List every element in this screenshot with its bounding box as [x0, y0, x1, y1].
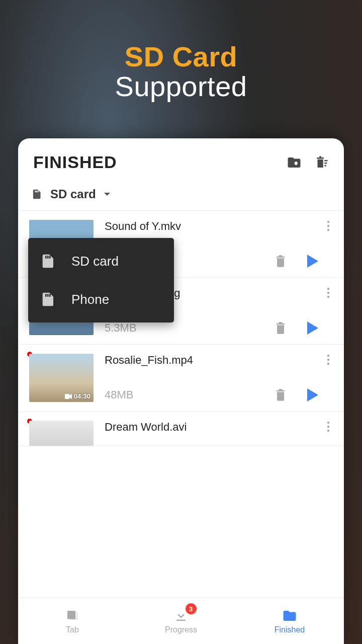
play-button[interactable] — [306, 388, 320, 402]
bottom-nav: Tab Progress 3 Finished — [18, 598, 344, 644]
storage-filter[interactable]: SD card — [18, 181, 344, 211]
sd-card-icon — [41, 252, 57, 270]
secure-folder-button[interactable] — [287, 155, 302, 170]
play-icon — [307, 321, 318, 335]
hero-subtitle: Supported — [0, 70, 362, 103]
svg-rect-18 — [67, 611, 75, 619]
delete-button[interactable] — [274, 388, 288, 402]
delete-button[interactable] — [274, 321, 288, 335]
chevron-down-icon — [103, 191, 111, 197]
sd-card-icon — [41, 290, 57, 308]
file-size: 5.3MB — [105, 321, 274, 335]
nav-label: Progress — [165, 625, 197, 634]
delete-all-button[interactable] — [314, 155, 329, 170]
svg-point-15 — [327, 422, 329, 424]
more-button[interactable] — [324, 421, 333, 435]
dropdown-item-phone[interactable]: Phone — [28, 280, 174, 318]
svg-point-6 — [327, 225, 329, 227]
more-button[interactable] — [324, 287, 333, 301]
nav-finished[interactable]: Finished — [235, 598, 344, 644]
progress-badge: 3 — [186, 603, 197, 614]
storage-dropdown: SD card Phone — [28, 238, 174, 323]
svg-rect-3 — [324, 163, 327, 164]
sd-card-icon — [32, 189, 43, 200]
list-item: Dream World.avi — [18, 412, 344, 446]
play-button[interactable] — [306, 321, 320, 335]
file-thumbnail[interactable] — [29, 421, 94, 446]
svg-rect-1 — [295, 163, 297, 165]
svg-point-12 — [327, 355, 329, 357]
svg-rect-2 — [324, 160, 327, 162]
filter-label: SD card — [50, 187, 96, 201]
card-header: FINISHED — [18, 138, 344, 181]
dropdown-item-sd-card[interactable]: SD card — [28, 242, 174, 280]
file-name: Sound of Y.mkv — [105, 220, 320, 233]
video-icon — [65, 394, 72, 399]
svg-point-7 — [327, 229, 329, 231]
svg-point-10 — [327, 296, 329, 298]
svg-rect-11 — [65, 394, 69, 399]
svg-rect-4 — [324, 165, 326, 167]
svg-point-9 — [327, 292, 329, 294]
more-button[interactable] — [324, 354, 333, 368]
file-size: 48MB — [105, 388, 274, 401]
file-thumbnail[interactable]: 04:30 — [29, 354, 94, 402]
file-name: Rosalie_Fish.mp4 — [105, 354, 320, 367]
svg-point-14 — [327, 363, 329, 365]
delete-button[interactable] — [274, 254, 288, 268]
hero-title: SD Card — [0, 40, 362, 73]
dropdown-label: SD card — [71, 254, 119, 269]
file-name: Dream World.avi — [105, 421, 320, 434]
page-title: FINISHED — [33, 152, 275, 172]
svg-point-13 — [327, 359, 329, 361]
list-item: 04:30 Rosalie_Fish.mp4 48MB — [18, 345, 344, 412]
svg-point-8 — [327, 288, 329, 290]
app-card: FINISHED SD card Sound of Y.mkv — [18, 138, 344, 644]
nav-label: Tab — [66, 625, 79, 634]
more-button[interactable] — [324, 220, 333, 234]
play-icon — [307, 388, 318, 401]
tabs-icon — [65, 608, 80, 623]
video-duration: 04:30 — [74, 392, 90, 400]
nav-tab[interactable]: Tab — [18, 598, 127, 644]
folder-icon — [282, 608, 297, 623]
play-icon — [307, 255, 318, 268]
svg-point-16 — [327, 426, 329, 428]
nav-progress[interactable]: Progress 3 — [127, 598, 235, 644]
nav-label: Finished — [275, 625, 305, 634]
svg-point-17 — [327, 430, 329, 432]
hero-banner: SD Card Supported — [0, 0, 362, 103]
dropdown-label: Phone — [71, 292, 109, 307]
play-button[interactable] — [306, 254, 320, 268]
svg-point-5 — [327, 221, 329, 223]
